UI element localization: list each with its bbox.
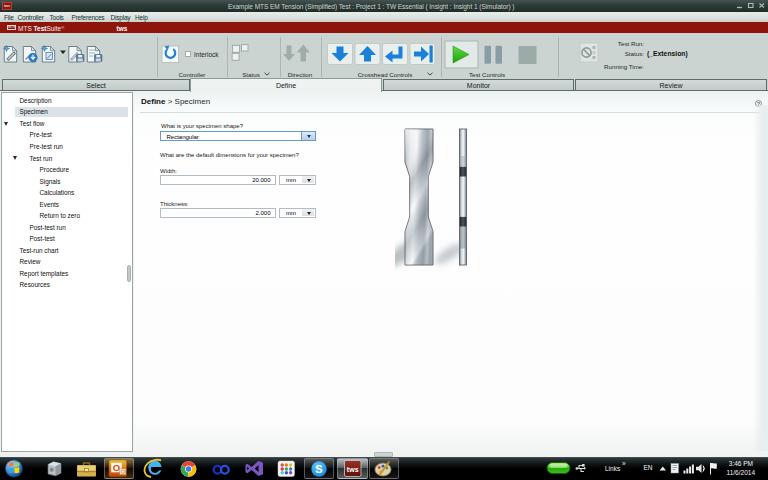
svg-text:tws: tws <box>347 466 359 473</box>
svg-text:O: O <box>113 462 120 473</box>
svg-text:S: S <box>315 463 322 475</box>
svg-text:»: » <box>622 460 626 467</box>
